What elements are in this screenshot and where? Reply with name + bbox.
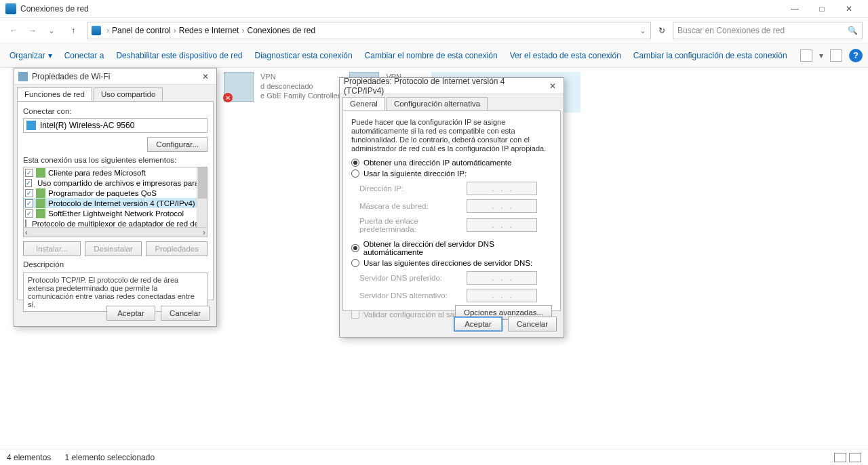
element-checkbox[interactable]: ✓ (25, 169, 33, 177)
uninstall-button[interactable]: Desinstalar (85, 241, 142, 256)
ip-address-field: . . . (467, 182, 537, 195)
cmd-diagnose[interactable]: Diagnosticar esta conexión (251, 43, 357, 67)
tab-sharing[interactable]: Uso compartido (94, 87, 163, 101)
wifi-cancel-button[interactable]: Cancelar (161, 306, 210, 321)
element-label: Cliente para redes Microsoft (48, 169, 146, 177)
configure-button[interactable]: Configurar... (147, 137, 208, 152)
protocol-icon (36, 199, 45, 208)
minimize-button[interactable]: — (781, 1, 808, 17)
status-count: 4 elementos (7, 453, 51, 462)
dns-pref-field: . . . (467, 271, 537, 285)
wifi-close-button[interactable]: ✕ (199, 72, 212, 81)
ip-address-label: Dirección IP: (359, 184, 467, 193)
tab-alt-config[interactable]: Configuración alternativa (387, 97, 488, 110)
crumb-sep: › (241, 26, 244, 35)
content-area: ✕ VPN d desconectado e GbE Family Contro… (0, 68, 868, 449)
cmd-connect-to[interactable]: Conectar a (60, 43, 108, 67)
radio-ip-auto[interactable] (351, 159, 359, 167)
elements-label: Esta conexión usa los siguientes element… (23, 156, 208, 164)
eth-adapter-text: e GbE Family Controller (260, 91, 340, 100)
element-checkbox[interactable]: ✓ (25, 189, 33, 197)
element-row[interactable]: ✓Programador de paquetes QoS (24, 188, 207, 198)
close-button[interactable]: ✕ (835, 1, 863, 17)
cmd-rename[interactable]: Cambiar el nombre de esta conexión (361, 43, 502, 67)
dns-manual-label: Usar las siguientes direcciones de servi… (363, 259, 532, 267)
element-label: Protocolo de Internet versión 4 (TCP/IPv… (48, 199, 195, 207)
view-mode-button[interactable] (800, 49, 812, 62)
adapter-name: Intel(R) Wireless-AC 9560 (40, 121, 134, 130)
crumb-control-panel[interactable]: Panel de control (112, 26, 171, 35)
radio-dns-manual[interactable] (351, 259, 359, 267)
view-dropdown-icon[interactable]: ▾ (819, 51, 823, 60)
crumb-connections[interactable]: Conexiones de red (247, 26, 315, 35)
cmd-change-config[interactable]: Cambiar la configuración de esta conexió… (629, 43, 791, 67)
gateway-label: Puerta de enlace predeterminada: (359, 217, 467, 233)
back-button[interactable]: ← (5, 22, 22, 39)
network-icon (92, 26, 101, 35)
search-input[interactable]: Buscar en Conexiones de red 🔍 (673, 22, 863, 39)
element-row[interactable]: ✓Uso compartido de archivos e impresoras… (24, 178, 207, 188)
tcpip-ok-button[interactable]: Aceptar (454, 317, 502, 331)
window-title: Conexiones de red (20, 4, 89, 14)
preview-pane-button[interactable] (830, 49, 842, 62)
cmd-disable-device[interactable]: Deshabilitar este dispositivo de red (112, 43, 246, 67)
tcpip-dialog-title: Propiedades: Protocolo de Internet versi… (344, 77, 546, 96)
element-label: SoftEther Lightweight Network Protocol (48, 209, 184, 218)
element-checkbox[interactable]: ✓ (25, 199, 33, 207)
radio-dns-auto[interactable] (351, 244, 359, 252)
element-label: Uso compartido de archivos e impresoras … (37, 179, 208, 187)
elements-scrollbar[interactable] (197, 167, 207, 227)
element-row[interactable]: ✓SoftEther Lightweight Network Protocol (24, 208, 207, 218)
protocol-icon (36, 168, 45, 178)
radio-ip-manual[interactable] (351, 169, 359, 178)
navbar: ← → ⌄ ↑ › Panel de control › Redes e Int… (0, 18, 868, 43)
scrollbar-thumb[interactable] (198, 167, 207, 199)
ip-auto-label: Obtener una dirección IP automáticamente (363, 159, 511, 167)
search-placeholder: Buscar en Conexiones de red (677, 26, 785, 35)
properties-button[interactable]: Propiedades (146, 241, 208, 256)
element-checkbox[interactable] (25, 220, 26, 228)
tab-general[interactable]: General (342, 97, 385, 110)
element-checkbox[interactable]: ✓ (25, 209, 33, 218)
dns-alt-label: Servidor DNS alternativo: (359, 291, 467, 300)
elements-hscroll[interactable]: ‹› (24, 227, 207, 237)
wifi-ok-button[interactable]: Aceptar (106, 306, 155, 321)
elements-list[interactable]: ✓Cliente para redes Microsoft✓Uso compar… (23, 167, 208, 237)
tcpip-close-button[interactable]: ✕ (546, 81, 559, 91)
element-checkbox[interactable]: ✓ (25, 179, 32, 187)
tcpip-cancel-button[interactable]: Cancelar (508, 317, 557, 331)
crumb-sep: › (174, 26, 176, 35)
crumb-network-internet[interactable]: Redes e Internet (179, 26, 239, 35)
tcpip-panel: Puede hacer que la configuración IP se a… (342, 110, 561, 311)
ip-manual-label: Usar la siguiente dirección IP: (363, 169, 467, 178)
cmd-organize[interactable]: Organizar▾ (5, 43, 56, 67)
large-icons-view-icon[interactable] (849, 453, 861, 462)
subnet-mask-label: Máscara de subred: (359, 202, 467, 210)
install-button[interactable]: Instalar... (23, 241, 81, 256)
crumb-sep: › (106, 26, 109, 35)
tcpip-dialog-titlebar[interactable]: Propiedades: Protocolo de Internet versi… (340, 78, 564, 94)
ethernet-icon: ✕ (224, 72, 254, 102)
validate-label: Validar configuración al salir (363, 310, 460, 319)
recent-dropdown[interactable]: ⌄ (43, 22, 60, 39)
titlebar: Conexiones de red — □ ✕ (0, 0, 868, 18)
wifi-properties-dialog: Propiedades de Wi-Fi ✕ Funciones de red … (14, 68, 217, 327)
element-row[interactable]: ✓Cliente para redes Microsoft (24, 167, 207, 178)
up-button[interactable]: ↑ (65, 22, 81, 39)
refresh-button[interactable]: ↻ (654, 22, 670, 39)
forward-button[interactable]: → (24, 22, 41, 39)
tab-network-functions[interactable]: Funciones de red (17, 87, 92, 101)
maximize-button[interactable]: □ (808, 1, 835, 17)
tcpip-intro: Puede hacer que la configuración IP se a… (351, 118, 552, 153)
address-bar[interactable]: › Panel de control › Redes e Internet › … (87, 22, 651, 39)
element-row[interactable]: ✓Protocolo de Internet versión 4 (TCP/IP… (24, 198, 207, 208)
dns-alt-field: . . . (467, 289, 537, 302)
search-icon: 🔍 (848, 26, 858, 35)
eth-status-text: d desconectado (260, 81, 340, 91)
wifi-dialog-titlebar[interactable]: Propiedades de Wi-Fi ✕ (14, 68, 216, 85)
cmd-view-status[interactable]: Ver el estado de esta conexión (506, 43, 625, 67)
addr-dropdown-icon[interactable]: ⌄ (639, 26, 646, 35)
help-button[interactable]: ? (849, 49, 863, 62)
protocol-icon (36, 209, 45, 218)
details-view-icon[interactable] (834, 453, 846, 462)
